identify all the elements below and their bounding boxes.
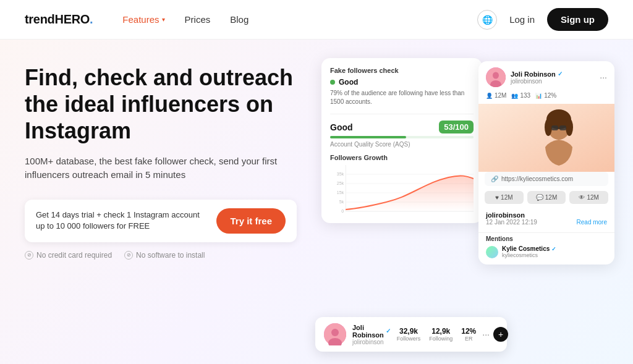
fake-followers-title: Fake followers check bbox=[330, 67, 474, 74]
bottom-stat-following: 12,9k Following bbox=[429, 327, 452, 342]
verified-icon: ✓ bbox=[558, 70, 563, 77]
action-btn-2[interactable]: 💬 12M bbox=[527, 191, 566, 204]
nav-right: 🌐 Log in Sign up bbox=[477, 8, 608, 31]
svg-point-12 bbox=[493, 72, 499, 79]
profile-handle: jolirobinson bbox=[511, 78, 563, 85]
bottom-stat-er: 12% ER bbox=[461, 327, 476, 342]
bottom-actions: ··· + bbox=[482, 327, 508, 342]
fake-followers-section: Fake followers check Good 79% of the aud… bbox=[330, 67, 474, 106]
profile-stats: 👤 12M 👥 133 📊 12% bbox=[478, 92, 614, 104]
mention-verified-icon: ✓ bbox=[551, 246, 556, 252]
profile-card: Joli Robinson ✓ jolirobinson ··· 👤 12M 👥… bbox=[478, 61, 614, 265]
score-badge: 53/100 bbox=[439, 121, 474, 133]
profile-photo bbox=[478, 104, 614, 172]
stat-er: 📊 12% bbox=[535, 92, 556, 99]
good-label: Good bbox=[339, 78, 358, 87]
following-value: 12,9k bbox=[429, 327, 452, 336]
nav-links: Features ▾ Prices Blog bbox=[122, 14, 477, 25]
mention-name: Kylie Cosmetics ✓ bbox=[502, 245, 556, 252]
read-more-link[interactable]: Read more bbox=[577, 219, 607, 226]
profile-url: 🔗 https://kyliecosmetics.com bbox=[485, 172, 608, 186]
cta-small-labels: ⊘ No credit card required ⊘ No software … bbox=[25, 251, 321, 260]
bottom-info: Joli Robinson ✓ jolirobinson bbox=[352, 324, 391, 345]
svg-text:15k: 15k bbox=[337, 190, 344, 195]
check-icon-2: ⊘ bbox=[124, 251, 133, 260]
bottom-avatar bbox=[324, 323, 346, 345]
chart-area: 35k 25k 15k 5k 0 bbox=[330, 165, 474, 214]
mention-info: Kylie Cosmetics ✓ kyliecosmetics bbox=[502, 245, 556, 258]
hero-subtitle: 100M+ database, the best fake follower c… bbox=[25, 154, 284, 182]
mention-handle: kyliecosmetics bbox=[502, 252, 556, 258]
svg-rect-19 bbox=[551, 125, 558, 130]
bottom-bar: Joli Robinson ✓ jolirobinson 32,9k Follo… bbox=[315, 317, 507, 352]
action-buttons: ♥ 12M 💬 12M 👁 12M bbox=[478, 191, 614, 209]
eye-icon: 👁 bbox=[579, 194, 585, 201]
svg-point-18 bbox=[566, 119, 573, 136]
hero-title: Find, check and outreach the ideal influ… bbox=[25, 64, 321, 145]
check-icon: ⊘ bbox=[25, 251, 33, 260]
bottom-stats: 32,9k Followers 12,9k Following 12% ER bbox=[397, 327, 477, 342]
hero-right: Fake followers check Good 79% of the aud… bbox=[321, 52, 608, 364]
bottom-add-button[interactable]: + bbox=[493, 327, 508, 342]
bottom-menu-dots[interactable]: ··· bbox=[482, 329, 490, 339]
no-credit-label: ⊘ No credit card required bbox=[25, 251, 112, 260]
score-row: Good 53/100 bbox=[330, 121, 474, 133]
language-button[interactable]: 🌐 bbox=[477, 10, 497, 30]
hero-left: Find, check and outreach the ideal influ… bbox=[25, 58, 321, 364]
score-sublabel: Account Quality Score (AQS) bbox=[330, 141, 474, 148]
logo: trendHERO. bbox=[25, 12, 93, 27]
score-label: Good bbox=[330, 122, 353, 132]
profile-header: Joli Robinson ✓ jolirobinson ··· bbox=[478, 61, 614, 92]
analytics-card: Fake followers check Good 79% of the aud… bbox=[321, 58, 482, 223]
navbar: trendHERO. Features ▾ Prices Blog 🌐 Log … bbox=[0, 0, 633, 40]
svg-text:5k: 5k bbox=[339, 200, 344, 204]
nav-prices[interactable]: Prices bbox=[185, 14, 211, 25]
bottom-stat-followers: 32,9k Followers bbox=[397, 327, 421, 342]
followers-value: 32,9k bbox=[397, 327, 421, 336]
action-btn-1[interactable]: ♥ 12M bbox=[485, 191, 524, 204]
bottom-verified-icon: ✓ bbox=[386, 328, 391, 334]
svg-text:25k: 25k bbox=[337, 181, 344, 185]
mentions-section: Mentions Kylie Cosmetics ✓ kyliecosmetic… bbox=[478, 232, 614, 265]
login-button[interactable]: Log in bbox=[509, 14, 535, 25]
no-software-label: ⊘ No software to install bbox=[124, 251, 205, 260]
nav-features[interactable]: Features ▾ bbox=[122, 14, 164, 25]
bottom-name: Joli Robinson ✓ bbox=[352, 324, 391, 339]
divider bbox=[330, 114, 474, 114]
svg-rect-14 bbox=[478, 104, 614, 172]
action-btn-3[interactable]: 👁 12M bbox=[569, 191, 608, 204]
mention-avatar bbox=[486, 246, 498, 258]
signup-button[interactable]: Sign up bbox=[547, 8, 608, 31]
chevron-down-icon: ▾ bbox=[162, 16, 165, 23]
cta-text: Get 14 days trial + check 1 Instagram ac… bbox=[36, 210, 206, 232]
profile-name-block: Joli Robinson ✓ jolirobinson bbox=[511, 70, 563, 85]
stat-following: 👥 133 bbox=[511, 92, 530, 99]
following-label: Following bbox=[429, 336, 452, 342]
mentions-title: Mentions bbox=[486, 235, 607, 242]
bio-date: 12 Jan 2022 12:19 Read more bbox=[486, 219, 607, 226]
nav-blog[interactable]: Blog bbox=[230, 14, 249, 25]
good-description: 79% of the audience are following have l… bbox=[330, 89, 474, 106]
person-icon: 👤 bbox=[486, 93, 493, 99]
profile-menu-dots[interactable]: ··· bbox=[600, 72, 607, 82]
svg-rect-20 bbox=[559, 125, 566, 130]
comment-icon: 💬 bbox=[536, 194, 543, 201]
avatar bbox=[486, 67, 506, 87]
mention-item: Kylie Cosmetics ✓ kyliecosmetics bbox=[486, 245, 607, 258]
score-progress-bar bbox=[330, 136, 474, 138]
followers-label: Followers bbox=[397, 336, 421, 342]
profile-name: Joli Robinson ✓ bbox=[511, 70, 563, 78]
profile-bio-section: jolirobinson 12 Jan 2022 12:19 Read more bbox=[478, 209, 614, 232]
stat-followers: 👤 12M bbox=[486, 92, 506, 99]
followers-chart: 35k 25k 15k 5k 0 bbox=[330, 165, 474, 214]
er-label: ER bbox=[461, 336, 476, 342]
try-free-button[interactable]: Try it free bbox=[216, 208, 286, 234]
er-value: 12% bbox=[461, 327, 476, 336]
cta-box: Get 14 days trial + check 1 Instagram ac… bbox=[25, 200, 297, 242]
profile-info: Joli Robinson ✓ jolirobinson bbox=[486, 67, 563, 87]
score-progress-fill bbox=[330, 136, 406, 138]
bio-name: jolirobinson bbox=[486, 211, 607, 219]
bottom-handle: jolirobinson bbox=[352, 339, 391, 345]
people-icon: 👥 bbox=[511, 93, 518, 99]
link-icon: 🔗 bbox=[491, 176, 498, 182]
